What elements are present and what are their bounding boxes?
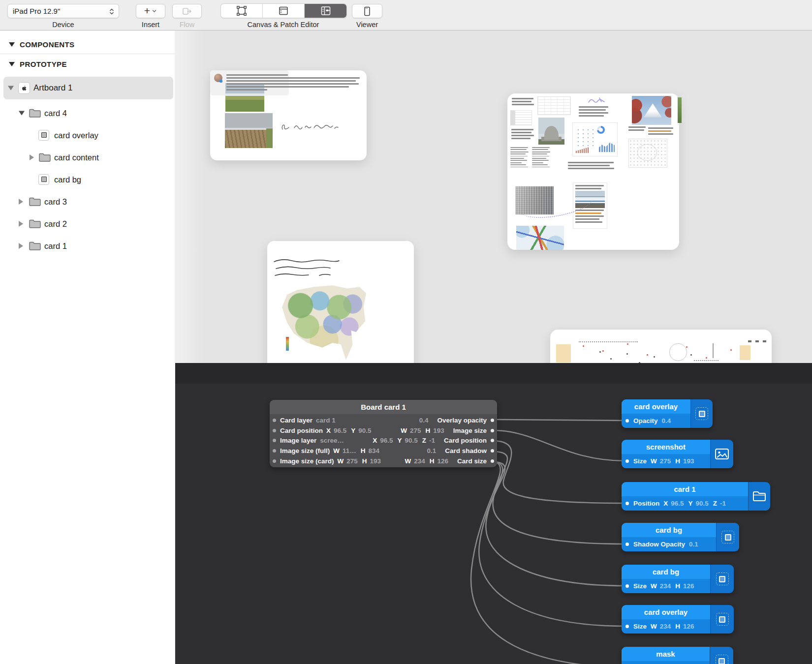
node-row: Shadow Opacity0.1 [622,537,716,551]
insert-group: + Insert [136,0,165,30]
output-port-icon[interactable] [491,449,494,453]
node-icon-section[interactable] [710,440,733,468]
moodboard-item-table [537,96,571,115]
segment-val: 90.5 [405,437,417,444]
input-port-icon[interactable] [625,625,629,628]
disclosure-right-icon[interactable] [30,154,34,160]
handwriting-note [280,120,341,132]
node-icon-section[interactable] [710,605,734,634]
node-icon-section[interactable] [716,523,739,551]
stepper-icon [108,7,116,18]
sketch-line [579,341,638,342]
output-port-icon[interactable] [491,439,494,442]
tree-row-card-1[interactable]: card 1 [0,235,175,257]
patch-node-mask[interactable]: mask [622,647,733,664]
text-line [575,212,601,214]
segment-key: W [333,447,340,454]
node-icon-section[interactable] [710,647,733,664]
patch-editor-panel[interactable]: Board card 1 Card layercard 10.4Overlay … [175,363,812,664]
tree-label: card 3 [44,197,67,206]
segment-patch-only[interactable] [263,4,305,18]
wire-card-size-to-mask-size[interactable] [471,462,625,664]
device-select[interactable]: iPad Pro 12.9" [7,4,119,18]
segment-val: 275 [410,427,421,434]
segment-key: Y [351,427,355,434]
text-line [579,112,608,114]
wire-overlay-opacity-to-card-overlay-opacity[interactable] [494,420,625,421]
segment-key: Y [688,500,693,507]
board-node-row: Image layerscree…X96.5Y90.5Z-1Card posit… [270,436,497,446]
input-port-icon[interactable] [273,439,276,442]
input-port-icon[interactable] [273,449,276,453]
text-line [510,162,522,163]
node-icon-section[interactable] [710,565,734,593]
flow-button[interactable] [172,4,202,18]
tree-row-card-4[interactable]: card 4 [0,102,175,124]
tree-row-card-bg[interactable]: card bg [0,168,175,190]
text-line [510,149,527,150]
text-line [575,185,604,186]
wire-card-shadow-to-card-bg-shadow-opacity[interactable] [493,452,625,544]
segment-key: X [663,500,668,507]
layer-tree: Artboard 1card 4card overlaycard content… [0,30,175,664]
moodboard-item-lines4 [511,129,534,142]
output-port-icon[interactable] [491,419,494,422]
insert-button[interactable]: + [136,4,165,18]
folder-icon [29,108,41,119]
board-node-row: Card positionX96.5Y90.5W275H193Image siz… [270,425,497,436]
node-icon-section[interactable] [690,399,713,428]
tree-row-card-2[interactable]: card 2 [0,212,175,235]
patch-node-screenshot[interactable]: screenshotSizeW275H193 [622,440,733,468]
canvas[interactable] [175,30,812,363]
input-port-icon[interactable] [625,459,629,463]
viewer-button[interactable] [352,4,382,18]
tree-row-card-content[interactable]: card content [0,146,175,168]
patch-node-card-overlay[interactable]: card overlaySizeW234H126 [622,605,734,634]
output-port-icon[interactable] [491,459,494,463]
input-port-icon[interactable] [273,459,276,463]
text-line [532,158,546,159]
input-port-icon[interactable] [625,543,629,546]
patch-node-board-card-1[interactable]: Board card 1 Card layercard 10.4Overlay … [270,400,497,467]
insert-label: Insert [136,21,165,29]
disclosure-right-icon[interactable] [19,221,23,227]
text-line [532,164,548,165]
output-port-icon[interactable] [491,429,494,432]
node-row: SizeW234H126 [622,579,710,593]
node-icon-section[interactable] [748,482,770,511]
moodboard-item-sliver [678,97,682,123]
folder-icon [29,108,41,119]
input-port-icon[interactable] [625,502,629,505]
canvas-card-usmap[interactable] [267,241,414,363]
disclosure-right-icon[interactable] [19,199,23,205]
segment-canvas-and-patch[interactable] [305,4,346,18]
input-port-icon[interactable] [273,419,276,422]
disclosure-down-icon[interactable] [19,111,25,115]
sketch-red-dots [583,345,584,347]
canvas-card-photos[interactable] [210,70,367,160]
disclosure-down-icon[interactable] [8,86,14,91]
input-port-icon[interactable] [625,419,629,423]
patch-node-card-bg[interactable]: card bgSizeW234H126 [622,565,734,593]
segment-canvas-only[interactable] [221,4,263,18]
segment-val: 234 [660,582,671,590]
input-port-icon[interactable] [273,429,276,432]
patch-node-card-bg[interactable]: card bgShadow Opacity0.1 [622,523,739,551]
segment-key: H [675,582,680,590]
disclosure-right-icon[interactable] [19,243,23,249]
patch-node-card-1[interactable]: card 1PositionX96.5Y90.5Z-1 [622,482,770,511]
patch-node-card-overlay[interactable]: card overlayOpacity0.4 [622,399,713,428]
canvas-card-sketch[interactable] [550,330,772,363]
canvas-patch-editor-label: Canvas & Patch Editor [220,21,346,29]
tree-row-card-3[interactable]: card 3 [0,190,175,212]
segment-val: card 1 [316,417,336,424]
tree-row-card-overlay[interactable]: card overlay [0,124,175,146]
wire-card-position-to-card-1-position[interactable] [494,441,625,503]
input-port-icon[interactable] [625,584,629,588]
moodboard-item-lines4 [579,106,609,119]
wire-card-size-to-card-bg-size[interactable] [486,462,625,586]
wire-image-size-to-screenshot-size[interactable] [494,430,625,461]
tree-row-artboard-1[interactable]: Artboard 1 [3,77,173,99]
device-label: Device [7,21,119,29]
text-line [532,167,550,168]
